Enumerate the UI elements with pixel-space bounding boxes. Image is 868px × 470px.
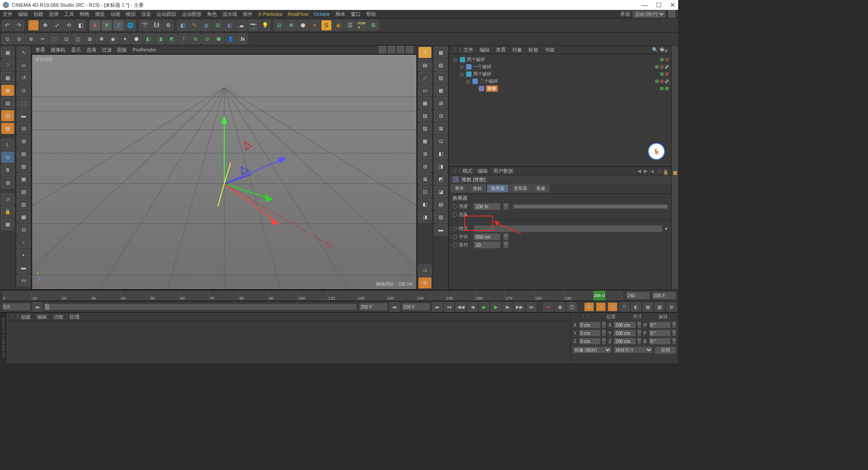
subtab-effector[interactable]: 效果器 [487, 184, 509, 193]
sel-live[interactable]: ↖ [17, 47, 30, 58]
param-strength-value[interactable]: 100 % [473, 203, 500, 210]
rt-settings-icon[interactable]: ⚙ [418, 277, 432, 289]
tool-12[interactable]: ⬢ [131, 33, 142, 44]
tool-10[interactable]: ◉ [108, 33, 118, 44]
keyopts-button[interactable]: ⚿ [567, 302, 577, 311]
coord-system-button[interactable]: 🌐 [125, 20, 136, 31]
menu-realflow[interactable]: RealFlow [288, 11, 308, 17]
visibility-dot[interactable] [660, 72, 664, 76]
sel-i[interactable]: ▫ [17, 236, 30, 248]
rt-6[interactable]: ▨ [418, 122, 432, 134]
visibility-dot[interactable] [665, 72, 669, 76]
mode-object[interactable]: ▦ [1, 85, 14, 96]
om-tags[interactable]: 标签 [528, 47, 538, 53]
tool-2[interactable]: ⊘ [14, 33, 24, 44]
tool-17[interactable]: ⊕ [190, 33, 201, 44]
sel-j[interactable]: ▪ [17, 249, 30, 261]
visibility-dot[interactable] [660, 58, 664, 61]
goto-start-button[interactable]: ⏮ [444, 302, 454, 311]
menu-window[interactable]: 窗口 [351, 11, 361, 18]
timeline-start-field[interactable]: 0 F [2, 303, 31, 311]
menu-anim[interactable]: 动画 [110, 11, 120, 18]
sel-g[interactable]: ▩ [17, 211, 30, 223]
sel-rect[interactable]: ▭ [17, 59, 30, 71]
tool-6[interactable]: ⊡ [61, 33, 71, 44]
coord-size-value[interactable]: 200 cm [613, 338, 636, 345]
menu-motiontrack[interactable]: 运动跟踪 [156, 11, 176, 18]
param-mode-value[interactable] [473, 225, 662, 232]
deformer-button[interactable]: ◐ [224, 20, 235, 31]
key-param-button[interactable]: P [619, 302, 629, 311]
key-scale-button[interactable]: ⤢ [596, 302, 606, 311]
undo-button[interactable]: ↶ [2, 20, 13, 31]
visibility-dot[interactable] [665, 58, 669, 61]
sel-a[interactable]: ⊞ [17, 135, 30, 147]
lasttool-button[interactable]: ◧ [75, 20, 86, 31]
menu-snap[interactable]: 捕捉 [95, 11, 105, 18]
object-row[interactable]: ⊟两个破碎 [452, 56, 669, 63]
camera-button[interactable]: 📷 [248, 20, 259, 31]
tool-5[interactable]: ⬚ [49, 33, 60, 44]
timeline-ruler[interactable]: 0102030405060708090100110120130140150160… [2, 290, 624, 301]
coord-rot-value[interactable]: 0 ° [649, 321, 671, 329]
rtb-8[interactable]: ⊡ [434, 135, 448, 147]
mograph-cloner-button[interactable]: ⊟ [274, 20, 285, 31]
key-misc3-button[interactable]: ⊞ [666, 302, 676, 311]
environment-button[interactable]: ☁ [236, 20, 247, 31]
play-back-button[interactable]: ▶ [479, 302, 489, 311]
next-frame-button[interactable]: ▶ [503, 302, 513, 311]
coord-pos-value[interactable]: 0 cm [579, 329, 601, 337]
am-userdata[interactable]: 用户数据 [493, 168, 513, 174]
mode-model[interactable]: ? [1, 59, 14, 71]
menu-sim[interactable]: 模拟 [126, 11, 136, 18]
simulate-button[interactable]: ✦ [309, 20, 320, 31]
rt-1[interactable]: ▤ [418, 59, 432, 71]
sel-k[interactable]: ▬ [17, 262, 30, 273]
vp-camera[interactable]: 摄像机 [51, 47, 66, 53]
menu-help[interactable]: 帮助 [366, 11, 376, 18]
rtb-13[interactable]: ▤ [434, 198, 448, 210]
rtb-7[interactable]: ⊠ [434, 122, 448, 134]
timeline-end-field[interactable]: 250 F [401, 303, 430, 311]
object-row[interactable]: ⊟一个破碎 [452, 63, 669, 70]
coord-size-select[interactable]: 绝对尺寸 [613, 346, 653, 353]
script-button[interactable]: ☰ [344, 20, 355, 31]
material-manager[interactable]: ⋮⋮ 创建 编辑 功能 纹理 [6, 313, 570, 363]
om-bookmarks[interactable]: 书签 [545, 47, 555, 53]
menu-mograph[interactable]: 运动图形 [182, 11, 202, 18]
rtb-15[interactable]: ▬ [434, 224, 448, 235]
tool-1[interactable]: ⊙ [2, 33, 13, 44]
rt-scale[interactable]: =1 [418, 264, 432, 276]
param-radius-spinner[interactable] [503, 233, 509, 240]
viewport-3d[interactable]: 透视视图 [32, 54, 417, 290]
object-name[interactable]: 推散 [486, 85, 498, 92]
rtb-14[interactable]: ▥ [434, 211, 448, 223]
render-region-button[interactable]: 🎞 [151, 20, 162, 31]
visibility-dot[interactable] [665, 87, 669, 90]
visibility-dot[interactable] [660, 65, 664, 69]
menu-select[interactable]: 选择 [49, 11, 59, 18]
coord-rot-value[interactable]: 0 ° [649, 338, 671, 345]
object-row[interactable]: ⊟二个破碎 [452, 78, 669, 85]
minimize-button[interactable]: — [642, 1, 648, 9]
xp-button[interactable]: S [321, 20, 332, 31]
dynamics-button[interactable]: ⬣ [297, 20, 308, 31]
menu-character[interactable]: 角色 [207, 11, 217, 18]
rt-3[interactable]: ▭ [418, 85, 432, 96]
key-rot-button[interactable]: ⟲ [608, 302, 618, 311]
coord-size-value[interactable]: 200 cm [613, 321, 636, 329]
rtb-2[interactable]: ▧ [434, 59, 448, 71]
rt-7[interactable]: ▩ [418, 135, 432, 147]
grid-button[interactable]: ▦ [1, 218, 14, 230]
render-settings-button[interactable]: ⚙ [163, 20, 174, 31]
tool-19[interactable]: ⬣ [213, 33, 224, 44]
mode-poly[interactable]: ▦ [1, 122, 14, 134]
sel-ring[interactable]: ⊙ [17, 85, 30, 96]
prev-key-button[interactable]: ◀◀ [456, 302, 466, 311]
visibility-dot[interactable] [660, 87, 664, 90]
coord-size-value[interactable]: 200 cm [613, 329, 636, 337]
mode-texture[interactable]: ▩ [1, 72, 14, 84]
vp-nav-3-icon[interactable] [397, 46, 404, 53]
object-name[interactable]: 两个破碎 [473, 71, 491, 77]
tool-13[interactable]: ◧ [143, 33, 154, 44]
